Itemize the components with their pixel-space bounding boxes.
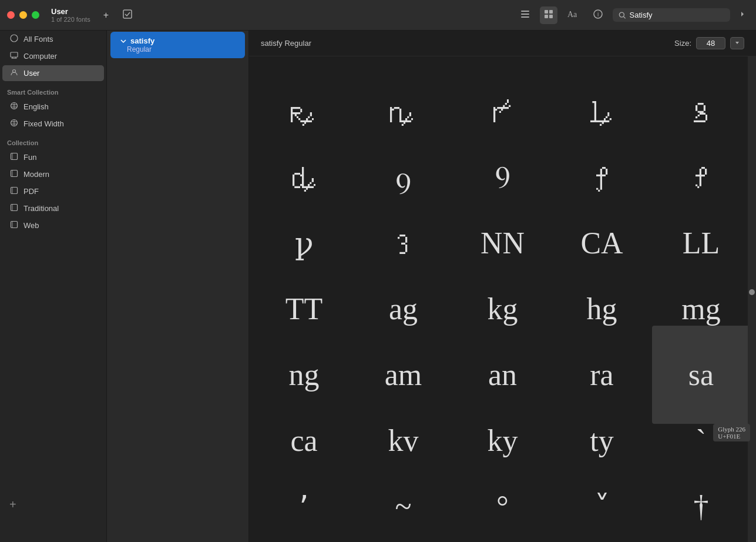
titlebar-actions: + [100, 7, 136, 24]
svg-rect-5 [549, 10, 553, 14]
svg-point-11 [619, 12, 624, 17]
sidebar-label-pdf: PDF [23, 187, 39, 196]
glyph-cell[interactable]: “ [453, 523, 552, 542]
sidebar-item-computer[interactable]: Computer [2, 48, 104, 64]
svg-rect-4 [545, 10, 548, 14]
traffic-lights [7, 11, 39, 19]
english-icon [9, 102, 19, 112]
sidebar-item-fixed-width[interactable]: Fixed Width [2, 116, 104, 132]
web-collection-icon [9, 220, 19, 230]
sidebar-label-fun: Fun [23, 153, 36, 162]
computer-icon [9, 51, 19, 61]
list-view-button[interactable] [516, 6, 534, 24]
sidebar-label-user: User [23, 69, 39, 78]
sidebar-label-traditional: Traditional [23, 204, 59, 213]
modern-collection-icon [9, 169, 19, 179]
glyph-area: satisfy Regular Size: ꝶꝴꝵꝲꝸꝱꝯꝮꝭꝬꝩꝪNNCALL… [249, 31, 756, 542]
svg-rect-26 [11, 170, 18, 177]
search-icon [619, 11, 626, 19]
svg-text:Aa: Aa [567, 10, 577, 19]
fixed-width-icon [9, 119, 19, 129]
all-fonts-icon [9, 34, 19, 44]
sidebar-item-all-fonts[interactable]: All Fonts [2, 31, 104, 47]
svg-line-12 [624, 16, 626, 18]
text-view-button[interactable]: Aa [563, 6, 583, 24]
size-label: Size: [674, 39, 691, 48]
glyph-cell[interactable]: ƒ [255, 523, 353, 542]
titlebar: User 1 of 220 fonts + Aa i [0, 0, 756, 31]
sidebar-label-modern: Modern [23, 170, 49, 179]
svg-marker-13 [741, 12, 744, 16]
chevron-down-icon [120, 38, 127, 45]
svg-rect-6 [545, 15, 548, 18]
svg-rect-0 [123, 10, 132, 18]
svg-point-14 [11, 35, 18, 42]
svg-rect-30 [11, 205, 18, 211]
user-icon [9, 68, 19, 78]
svg-rect-3 [521, 16, 529, 18]
font-list-panel: satisfy Regular [107, 31, 249, 542]
info-button[interactable]: i [589, 6, 607, 24]
collection-label: Collection [0, 132, 106, 149]
pdf-collection-icon [9, 186, 19, 196]
minimize-button[interactable] [19, 11, 27, 19]
add-collection-button[interactable]: + [5, 496, 21, 514]
close-button[interactable] [7, 11, 15, 19]
maximize-button[interactable] [32, 11, 39, 19]
font-name-satisfy: satisfy [130, 36, 154, 45]
sidebar-item-english[interactable]: English [2, 99, 104, 115]
font-list-item-satisfy[interactable]: satisfy Regular [110, 32, 245, 58]
sidebar-item-modern[interactable]: Modern [2, 166, 104, 182]
search-bar[interactable] [613, 8, 730, 22]
sidebar-item-web[interactable]: Web [2, 218, 104, 233]
check-button[interactable] [119, 7, 136, 24]
svg-rect-28 [11, 188, 18, 194]
sidebar-label-english: English [23, 102, 49, 111]
svg-rect-7 [549, 15, 553, 18]
fun-collection-icon [9, 152, 19, 162]
search-input[interactable] [630, 11, 724, 19]
traditional-collection-icon [9, 203, 19, 213]
sidebar-bottom: + [0, 491, 106, 518]
glyph-cell[interactable] [553, 523, 651, 542]
glyph-cell[interactable]: ʼ [354, 523, 452, 542]
main-layout: All Fonts Computer User Smart Collection… [0, 31, 756, 542]
sidebar-item-pdf[interactable]: PDF [2, 183, 104, 199]
titlebar-subtitle: 1 of 220 fonts [51, 16, 90, 23]
scrollbar-track[interactable] [748, 56, 756, 542]
search-expand-button[interactable] [736, 7, 749, 24]
glyph-grid: ꝶꝴꝵꝲꝸꝱꝯꝮꝭꝬꝩꝪNNCALLTTagkghgmgngamanrasaGl… [249, 56, 756, 542]
sidebar-label-computer: Computer [23, 52, 57, 61]
titlebar-title: User [51, 7, 68, 16]
size-input[interactable] [696, 37, 725, 49]
svg-rect-2 [521, 14, 529, 15]
sidebar-label-all-fonts: All Fonts [23, 35, 53, 44]
svg-rect-32 [11, 222, 18, 228]
glyph-header: satisfy Regular Size: [249, 31, 756, 56]
svg-rect-15 [11, 52, 18, 57]
sidebar-item-fun[interactable]: Fun [2, 149, 104, 165]
svg-rect-1 [521, 11, 529, 12]
sidebar-label-fixed-width: Fixed Width [23, 119, 64, 128]
size-stepper[interactable] [730, 37, 744, 49]
font-style-regular: Regular [120, 45, 236, 53]
sidebar-item-user[interactable]: User [2, 65, 104, 81]
glyph-font-title: satisfy Regular [261, 39, 311, 48]
glyph-cell[interactable] [652, 523, 750, 542]
svg-text:i: i [597, 11, 599, 18]
svg-rect-24 [11, 153, 18, 160]
sidebar-label-web: Web [23, 221, 39, 230]
sidebar: All Fonts Computer User Smart Collection… [0, 31, 107, 542]
sidebar-item-traditional[interactable]: Traditional [2, 200, 104, 216]
titlebar-info: User 1 of 220 fonts [51, 7, 90, 23]
smart-collection-label: Smart Collection [0, 82, 106, 98]
toolbar-right: Aa i [516, 6, 749, 24]
size-control: Size: [674, 37, 744, 49]
scrollbar-thumb[interactable] [749, 289, 755, 295]
add-font-button[interactable]: + [100, 8, 112, 23]
grid-view-button[interactable] [540, 6, 557, 24]
